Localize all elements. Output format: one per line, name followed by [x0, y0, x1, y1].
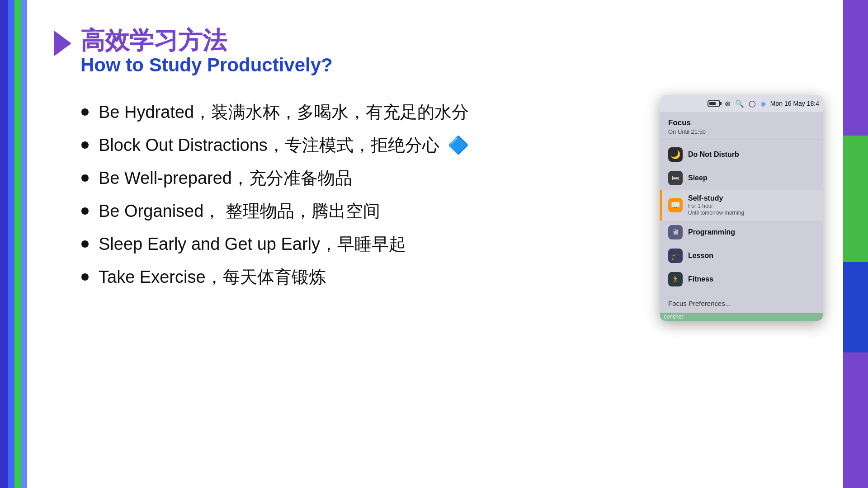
- right-mid-blue: [843, 262, 868, 352]
- focus-item-fitness[interactable]: 🏃 Fitness: [660, 267, 823, 291]
- screenshot-label: eenshot: [660, 313, 823, 321]
- wifi-icon: ⊛: [725, 99, 731, 108]
- focus-on-until: On Until 21:50: [668, 128, 815, 135]
- programming-text: Programming: [688, 228, 735, 236]
- right-mid-green: [843, 136, 868, 262]
- left-decorative-bars: [0, 0, 27, 488]
- lesson-icon: 🎓: [668, 249, 683, 263]
- sleep-icon: 🛏: [668, 171, 683, 185]
- selfstudy-text: Self-study For 1 hour Until tomorrow mor…: [688, 194, 744, 216]
- right-bot-purple: [843, 352, 868, 488]
- dnd-text: Do Not Disturb: [688, 150, 739, 159]
- focus-items-list: 🌙 Do Not Disturb 🛏 Sleep 📖 Self-study Fo…: [660, 140, 823, 294]
- search-icon: 🔍: [735, 99, 744, 108]
- bullet-dot: [81, 273, 89, 281]
- arrow-box-icon: 🔷: [448, 132, 469, 158]
- sleep-text: Sleep: [688, 174, 708, 182]
- right-decorative-area: [843, 0, 868, 488]
- bullet-text: Sleep Early and Get up Early，早睡早起: [99, 231, 406, 257]
- screen-icon: ◯: [749, 100, 756, 107]
- selfstudy-detail1: For 1 hour: [688, 203, 744, 209]
- bullet-text: Be Organised， 整理物品，腾出空间: [99, 198, 380, 224]
- title-arrow-icon: [54, 31, 71, 56]
- bar-blue-dark: [0, 0, 8, 488]
- lesson-label: Lesson: [688, 252, 713, 260]
- mac-screenshot-popup: ⊛ 🔍 ◯ ◉ Mon 16 May 18:4 Focus On Until 2…: [660, 95, 823, 321]
- fitness-text: Fitness: [688, 275, 713, 283]
- focus-item-sleep[interactable]: 🛏 Sleep: [660, 166, 823, 190]
- bullet-dot: [81, 240, 89, 248]
- focus-header: Focus On Until 21:50: [660, 112, 823, 140]
- focus-item-selfstudy[interactable]: 📖 Self-study For 1 hour Until tomorrow m…: [660, 190, 823, 221]
- dnd-icon: 🌙: [668, 147, 683, 162]
- focus-item-lesson[interactable]: 🎓 Lesson: [660, 244, 823, 267]
- bullet-text: Be Well-prepared，充分准备物品: [99, 165, 352, 191]
- bar-green: [14, 0, 21, 488]
- bullet-text: Be Hydrated，装满水杯，多喝水，有充足的水分: [99, 99, 469, 125]
- focus-item-programming[interactable]: 🖥 Programming: [660, 221, 823, 244]
- fitness-label: Fitness: [688, 275, 713, 283]
- focus-item-dnd[interactable]: 🌙 Do Not Disturb: [660, 143, 823, 166]
- focus-preferences-button[interactable]: Focus Preferences...: [660, 294, 823, 313]
- title-text-block: 高效学习方法 How to Study Productively?: [80, 27, 333, 77]
- bullet-text: Block Out Distractions，专注模式，拒绝分心 🔷: [99, 132, 469, 158]
- dnd-label: Do Not Disturb: [688, 150, 739, 159]
- slide-title-english: How to Study Productively?: [80, 54, 333, 76]
- menubar-time: Mon 16 May 18:4: [770, 100, 819, 107]
- active-indicator: [660, 190, 662, 221]
- screenshot-label-text: eenshot: [664, 314, 683, 320]
- title-area: 高效学习方法 How to Study Productively?: [54, 27, 823, 77]
- bullet-dot: [81, 174, 89, 182]
- bullet-text: Take Exercise，每天体育锻炼: [99, 264, 326, 290]
- bar-blue-light: [21, 0, 27, 488]
- bar-blue-mid: [8, 0, 14, 488]
- slide-title-chinese: 高效学习方法: [80, 27, 333, 54]
- selfstudy-icon: 📖: [668, 198, 683, 212]
- right-top-purple: [843, 0, 868, 136]
- sleep-label: Sleep: [688, 174, 708, 182]
- programming-icon: 🖥: [668, 225, 683, 239]
- lesson-text: Lesson: [688, 252, 713, 260]
- battery-icon: [708, 100, 720, 107]
- fitness-icon: 🏃: [668, 272, 683, 286]
- bullet-dot: [81, 108, 89, 116]
- focus-panel: Focus On Until 21:50 🌙 Do Not Disturb 🛏 …: [660, 112, 823, 321]
- siri-icon: ◉: [760, 100, 766, 107]
- selfstudy-detail2: Until tomorrow morning: [688, 210, 744, 216]
- focus-preferences-label: Focus Preferences...: [668, 300, 731, 307]
- focus-title: Focus: [668, 118, 815, 127]
- programming-label: Programming: [688, 228, 735, 236]
- bullet-dot: [81, 141, 89, 149]
- mac-menubar: ⊛ 🔍 ◯ ◉ Mon 16 May 18:4: [660, 95, 823, 112]
- selfstudy-label: Self-study: [688, 194, 744, 202]
- bullet-dot: [81, 207, 89, 215]
